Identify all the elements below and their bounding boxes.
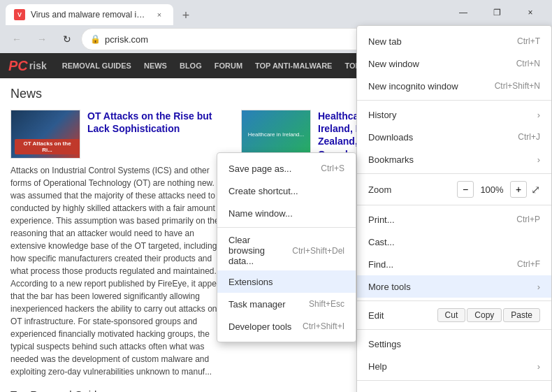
submenu-clear-browsing-shortcut: Ctrl+Shift+Del bbox=[292, 246, 344, 256]
submenu-task-manager-shortcut: Shift+Esc bbox=[309, 299, 344, 309]
menu-new-tab[interactable]: New tab Ctrl+T bbox=[357, 30, 551, 52]
news-section-title: News bbox=[10, 87, 388, 101]
menu-bookmarks[interactable]: Bookmarks › bbox=[357, 148, 551, 170]
menu-print-label: Print... bbox=[368, 215, 395, 225]
submenu-save-page-label: Save page as... bbox=[228, 164, 291, 174]
new-tab-button[interactable]: + bbox=[176, 6, 196, 25]
menu-edit-row: Edit Cut Copy Paste bbox=[357, 304, 551, 326]
tab-bar: V Virus and malware removal instr... × + bbox=[6, 0, 196, 25]
submenu-create-shortcut-label: Create shortcut... bbox=[228, 186, 298, 196]
article1-body: Attacks on Industrial Control Systems (I… bbox=[10, 164, 231, 378]
back-button[interactable]: ← bbox=[6, 28, 28, 50]
menu-divider-4 bbox=[357, 300, 551, 301]
menu-new-incognito-shortcut: Ctrl+Shift+N bbox=[495, 81, 540, 91]
article1-thumbnail: OT Attacks on the Ri... bbox=[10, 110, 80, 159]
menu-new-window[interactable]: New window Ctrl+N bbox=[357, 52, 551, 75]
zoom-plus-button[interactable]: + bbox=[510, 181, 527, 198]
menu-history[interactable]: History › bbox=[357, 103, 551, 126]
menu-zoom-row: Zoom − 100% + ⤢ bbox=[357, 177, 551, 202]
copy-button[interactable]: Copy bbox=[467, 308, 502, 322]
article1-header: OT Attacks on the Ri... OT Attacks on th… bbox=[10, 110, 231, 159]
menu-cast-label: Cast... bbox=[368, 237, 395, 247]
submenu-save-page-shortcut: Ctrl+S bbox=[321, 164, 344, 173]
menu-new-incognito[interactable]: New incognito window Ctrl+Shift+N bbox=[357, 75, 551, 97]
submenu-divider bbox=[217, 227, 356, 228]
zoom-minus-button[interactable]: − bbox=[457, 181, 474, 198]
close-button[interactable]: × bbox=[514, 2, 546, 23]
tab-favicon: V bbox=[14, 9, 25, 20]
logo-risk: risk bbox=[29, 60, 47, 71]
menu-new-tab-label: New tab bbox=[368, 36, 402, 47]
submenu-name-window[interactable]: Name window... bbox=[217, 202, 356, 224]
nav-forum[interactable]: FORUM bbox=[209, 59, 248, 73]
zoom-controls: − 100% + ⤢ bbox=[457, 181, 540, 198]
zoom-value: 100% bbox=[478, 184, 506, 195]
menu-help[interactable]: Help › bbox=[357, 355, 551, 377]
tab-close-button[interactable]: × bbox=[154, 9, 165, 20]
submenu-developer-tools-shortcut: Ctrl+Shift+I bbox=[303, 321, 344, 331]
article1-title[interactable]: OT Attacks on the Rise but Lack Sophisti… bbox=[87, 110, 231, 135]
nav-blog[interactable]: BLOG bbox=[174, 59, 208, 73]
edit-buttons: Cut Copy Paste bbox=[437, 308, 540, 322]
menu-divider-5 bbox=[357, 329, 551, 330]
menu-downloads-shortcut: Ctrl+J bbox=[518, 132, 540, 142]
menu-divider-1 bbox=[357, 100, 551, 101]
menu-divider-6 bbox=[357, 380, 551, 381]
nav-removal-guides[interactable]: REMOVAL GUIDES bbox=[57, 59, 137, 73]
forward-button[interactable]: → bbox=[31, 28, 53, 50]
cut-button[interactable]: Cut bbox=[437, 308, 466, 322]
submenu-developer-tools[interactable]: Developer tools Ctrl+Shift+I bbox=[217, 315, 356, 337]
submenu-extensions-label: Extensions bbox=[228, 277, 273, 287]
menu-print[interactable]: Print... Ctrl+P bbox=[357, 208, 551, 231]
zoom-label: Zoom bbox=[368, 184, 391, 195]
refresh-button[interactable]: ↻ bbox=[56, 28, 78, 50]
menu-more-tools[interactable]: More tools › bbox=[357, 275, 551, 298]
edit-label: Edit bbox=[368, 310, 384, 321]
menu-settings-label: Settings bbox=[368, 339, 401, 349]
active-tab[interactable]: V Virus and malware removal instr... × bbox=[6, 4, 173, 25]
paste-button[interactable]: Paste bbox=[503, 308, 540, 322]
menu-new-window-shortcut: Ctrl+N bbox=[516, 59, 540, 68]
restore-button[interactable]: ❐ bbox=[481, 2, 513, 23]
logo-pc: PC bbox=[8, 58, 28, 74]
menu-exit-label: Exit bbox=[368, 390, 384, 393]
news-card-left: OT Attacks on the Ri... OT Attacks on th… bbox=[10, 110, 231, 378]
submenu-task-manager[interactable]: Task manager Shift+Esc bbox=[217, 293, 356, 315]
zoom-expand-button[interactable]: ⤢ bbox=[531, 183, 540, 196]
window-controls: — ❐ × bbox=[447, 2, 546, 23]
menu-settings[interactable]: Settings bbox=[357, 333, 551, 355]
menu-find-shortcut: Ctrl+F bbox=[517, 259, 540, 269]
tab-title: Virus and malware removal instr... bbox=[31, 10, 148, 20]
submenu-extensions[interactable]: Extensions bbox=[217, 270, 356, 293]
menu-find-label: Find... bbox=[368, 259, 393, 270]
menu-more-tools-label: More tools bbox=[368, 282, 411, 292]
menu-history-label: History bbox=[368, 110, 396, 120]
submenu-name-window-label: Name window... bbox=[228, 208, 293, 219]
menu-new-incognito-label: New incognito window bbox=[368, 81, 458, 92]
submenu-clear-browsing-label: Clear browsing data... bbox=[228, 235, 286, 266]
submenu-clear-browsing[interactable]: Clear browsing data... Ctrl+Shift+Del bbox=[217, 231, 356, 270]
submenu-task-manager-label: Task manager bbox=[228, 299, 286, 310]
menu-new-tab-shortcut: Ctrl+T bbox=[517, 36, 540, 46]
site-logo: PC risk bbox=[8, 58, 47, 74]
nav-news[interactable]: NEWS bbox=[138, 59, 173, 73]
submenu-create-shortcut[interactable]: Create shortcut... bbox=[217, 180, 356, 202]
menu-bookmarks-label: Bookmarks bbox=[368, 154, 414, 165]
menu-divider-2 bbox=[357, 173, 551, 174]
nav-top-anti-malware[interactable]: TOP ANTI-MALWARE bbox=[249, 59, 337, 73]
top-removal-title: Top Removal Guides bbox=[10, 389, 388, 392]
menu-downloads[interactable]: Downloads Ctrl+J bbox=[357, 126, 551, 148]
title-bar: V Virus and malware removal instr... × +… bbox=[0, 0, 552, 25]
menu-divider-3 bbox=[357, 205, 551, 205]
menu-cast[interactable]: Cast... bbox=[357, 231, 551, 253]
more-tools-submenu: Save page as... Ctrl+S Create shortcut..… bbox=[217, 152, 356, 342]
menu-print-shortcut: Ctrl+P bbox=[516, 215, 540, 224]
article1-header-text: OT Attacks on the Rise but Lack Sophisti… bbox=[87, 110, 231, 159]
menu-find[interactable]: Find... Ctrl+F bbox=[357, 253, 551, 275]
submenu-save-page[interactable]: Save page as... Ctrl+S bbox=[217, 157, 356, 180]
minimize-button[interactable]: — bbox=[447, 2, 479, 23]
menu-exit[interactable]: Exit bbox=[357, 384, 551, 392]
article2-thumbnail: Healthcare in Ireland... bbox=[241, 110, 311, 159]
menu-downloads-label: Downloads bbox=[368, 132, 413, 143]
chrome-menu: New tab Ctrl+T New window Ctrl+N New inc… bbox=[356, 25, 552, 392]
